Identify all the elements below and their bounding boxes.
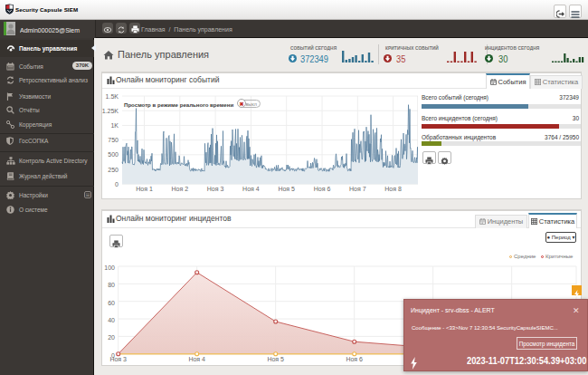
svg-text:Ноя 3: Ноя 3 [109, 356, 127, 362]
svg-text:Ноя 4: Ноя 4 [188, 356, 205, 362]
svg-text:100: 100 [104, 264, 115, 271]
svg-text:Ноя 5: Ноя 5 [267, 356, 284, 362]
svg-text:500: 500 [108, 151, 119, 158]
svg-text:60: 60 [108, 300, 115, 306]
svg-text:Ноя 3: Ноя 3 [207, 186, 224, 192]
svg-text:80: 80 [108, 282, 115, 288]
svg-text:1.25K: 1.25K [102, 108, 119, 114]
svg-text:20: 20 [108, 334, 115, 341]
svg-text:Ноя 6: Ноя 6 [346, 356, 363, 362]
svg-text:40: 40 [108, 317, 115, 323]
svg-text:Ноя 5: Ноя 5 [278, 186, 295, 192]
svg-text:1.5K: 1.5K [106, 93, 119, 100]
svg-text:Ноя 1: Ноя 1 [136, 186, 153, 192]
svg-text:Ноя 6: Ноя 6 [314, 186, 331, 192]
svg-text:250: 250 [108, 167, 119, 173]
svg-text:0: 0 [115, 181, 119, 188]
svg-text:Ноя 4: Ноя 4 [242, 186, 260, 192]
svg-text:Ноя 7: Ноя 7 [349, 186, 366, 192]
svg-text:750: 750 [108, 137, 119, 143]
svg-text:1K: 1K [110, 122, 119, 129]
svg-text:Ноя 8: Ноя 8 [384, 186, 402, 192]
svg-text:Ноя 2: Ноя 2 [172, 186, 189, 192]
